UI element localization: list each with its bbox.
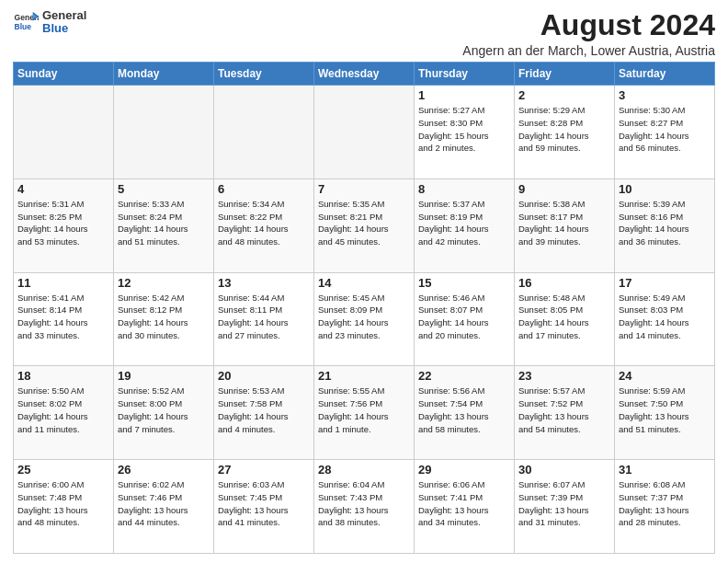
calendar-header-friday: Friday xyxy=(515,63,615,86)
calendar-cell xyxy=(14,86,114,179)
day-info: Sunrise: 5:50 AM Sunset: 8:02 PM Dayligh… xyxy=(17,385,109,435)
day-number: 20 xyxy=(218,369,310,383)
day-number: 23 xyxy=(518,369,610,383)
calendar-cell: 19Sunrise: 5:52 AM Sunset: 8:00 PM Dayli… xyxy=(114,366,214,460)
day-number: 21 xyxy=(318,369,410,383)
day-number: 6 xyxy=(218,182,310,196)
calendar-cell: 20Sunrise: 5:53 AM Sunset: 7:58 PM Dayli… xyxy=(214,366,314,460)
calendar-cell: 8Sunrise: 5:37 AM Sunset: 8:19 PM Daylig… xyxy=(415,178,515,272)
day-info: Sunrise: 5:53 AM Sunset: 7:58 PM Dayligh… xyxy=(218,385,310,435)
day-number: 1 xyxy=(418,88,510,102)
calendar-cell: 12Sunrise: 5:42 AM Sunset: 8:12 PM Dayli… xyxy=(114,272,214,366)
day-number: 8 xyxy=(418,182,510,196)
day-number: 4 xyxy=(17,182,109,196)
day-number: 30 xyxy=(518,463,610,477)
day-info: Sunrise: 5:59 AM Sunset: 7:50 PM Dayligh… xyxy=(619,385,711,435)
day-info: Sunrise: 5:41 AM Sunset: 8:14 PM Dayligh… xyxy=(17,292,109,342)
calendar-header-thursday: Thursday xyxy=(415,63,515,86)
calendar-cell: 22Sunrise: 5:56 AM Sunset: 7:54 PM Dayli… xyxy=(415,366,515,460)
calendar-cell: 5Sunrise: 5:33 AM Sunset: 8:24 PM Daylig… xyxy=(114,178,214,272)
calendar-cell: 2Sunrise: 5:29 AM Sunset: 8:28 PM Daylig… xyxy=(515,86,615,179)
calendar-week-1: 1Sunrise: 5:27 AM Sunset: 8:30 PM Daylig… xyxy=(14,86,715,179)
page: General Blue General Blue August 2024 An… xyxy=(0,0,728,563)
calendar-cell: 26Sunrise: 6:02 AM Sunset: 7:46 PM Dayli… xyxy=(114,460,214,554)
day-info: Sunrise: 5:56 AM Sunset: 7:54 PM Dayligh… xyxy=(418,385,510,435)
calendar-cell: 28Sunrise: 6:04 AM Sunset: 7:43 PM Dayli… xyxy=(314,460,415,554)
day-number: 13 xyxy=(218,276,310,290)
day-info: Sunrise: 5:29 AM Sunset: 8:28 PM Dayligh… xyxy=(518,104,610,155)
day-info: Sunrise: 5:44 AM Sunset: 8:11 PM Dayligh… xyxy=(218,292,310,342)
day-info: Sunrise: 5:39 AM Sunset: 8:16 PM Dayligh… xyxy=(619,198,711,248)
day-info: Sunrise: 5:37 AM Sunset: 8:19 PM Dayligh… xyxy=(418,198,510,248)
day-number: 3 xyxy=(619,88,711,102)
day-number: 18 xyxy=(17,369,109,383)
logo-general: General xyxy=(42,9,86,22)
day-number: 25 xyxy=(17,463,109,477)
calendar-cell: 24Sunrise: 5:59 AM Sunset: 7:50 PM Dayli… xyxy=(615,366,715,460)
day-number: 29 xyxy=(418,463,510,477)
day-number: 17 xyxy=(619,276,711,290)
logo-icon: General Blue xyxy=(13,9,39,35)
main-title: August 2024 xyxy=(462,9,715,41)
calendar-cell: 31Sunrise: 6:08 AM Sunset: 7:37 PM Dayli… xyxy=(615,460,715,554)
day-info: Sunrise: 5:55 AM Sunset: 7:56 PM Dayligh… xyxy=(318,385,410,435)
calendar-cell xyxy=(114,86,214,179)
calendar-cell: 18Sunrise: 5:50 AM Sunset: 8:02 PM Dayli… xyxy=(14,366,114,460)
day-number: 15 xyxy=(418,276,510,290)
calendar-cell: 9Sunrise: 5:38 AM Sunset: 8:17 PM Daylig… xyxy=(515,178,615,272)
calendar-cell: 29Sunrise: 6:06 AM Sunset: 7:41 PM Dayli… xyxy=(415,460,515,554)
calendar-header-wednesday: Wednesday xyxy=(314,63,415,86)
day-number: 31 xyxy=(619,463,711,477)
calendar-cell: 13Sunrise: 5:44 AM Sunset: 8:11 PM Dayli… xyxy=(214,272,314,366)
calendar-cell xyxy=(314,86,415,179)
day-number: 16 xyxy=(518,276,610,290)
calendar-cell: 16Sunrise: 5:48 AM Sunset: 8:05 PM Dayli… xyxy=(515,272,615,366)
day-number: 7 xyxy=(318,182,410,196)
calendar-cell: 17Sunrise: 5:49 AM Sunset: 8:03 PM Dayli… xyxy=(615,272,715,366)
calendar-cell: 11Sunrise: 5:41 AM Sunset: 8:14 PM Dayli… xyxy=(14,272,114,366)
day-info: Sunrise: 5:35 AM Sunset: 8:21 PM Dayligh… xyxy=(318,198,410,248)
day-number: 14 xyxy=(318,276,410,290)
day-info: Sunrise: 5:33 AM Sunset: 8:24 PM Dayligh… xyxy=(118,198,210,248)
day-number: 27 xyxy=(218,463,310,477)
calendar-cell: 25Sunrise: 6:00 AM Sunset: 7:48 PM Dayli… xyxy=(14,460,114,554)
day-info: Sunrise: 5:27 AM Sunset: 8:30 PM Dayligh… xyxy=(418,104,510,155)
day-info: Sunrise: 5:49 AM Sunset: 8:03 PM Dayligh… xyxy=(619,292,711,342)
title-section: August 2024 Angern an der March, Lower A… xyxy=(462,9,715,58)
calendar-week-4: 18Sunrise: 5:50 AM Sunset: 8:02 PM Dayli… xyxy=(14,366,715,460)
day-info: Sunrise: 6:07 AM Sunset: 7:39 PM Dayligh… xyxy=(518,478,610,529)
calendar-cell: 27Sunrise: 6:03 AM Sunset: 7:45 PM Dayli… xyxy=(214,460,314,554)
day-number: 9 xyxy=(518,182,610,196)
day-info: Sunrise: 6:02 AM Sunset: 7:46 PM Dayligh… xyxy=(118,478,210,529)
calendar-cell xyxy=(214,86,314,179)
calendar-cell: 6Sunrise: 5:34 AM Sunset: 8:22 PM Daylig… xyxy=(214,178,314,272)
day-number: 28 xyxy=(318,463,410,477)
subtitle: Angern an der March, Lower Austria, Aust… xyxy=(462,43,715,58)
calendar-header-row: SundayMondayTuesdayWednesdayThursdayFrid… xyxy=(14,63,715,86)
day-info: Sunrise: 5:46 AM Sunset: 8:07 PM Dayligh… xyxy=(418,292,510,342)
day-info: Sunrise: 5:42 AM Sunset: 8:12 PM Dayligh… xyxy=(118,292,210,342)
day-info: Sunrise: 5:45 AM Sunset: 8:09 PM Dayligh… xyxy=(318,292,410,342)
day-info: Sunrise: 5:34 AM Sunset: 8:22 PM Dayligh… xyxy=(218,198,310,248)
calendar-cell: 23Sunrise: 5:57 AM Sunset: 7:52 PM Dayli… xyxy=(515,366,615,460)
calendar-cell: 15Sunrise: 5:46 AM Sunset: 8:07 PM Dayli… xyxy=(415,272,515,366)
calendar-week-5: 25Sunrise: 6:00 AM Sunset: 7:48 PM Dayli… xyxy=(14,460,715,554)
calendar-header-monday: Monday xyxy=(114,63,214,86)
header: General Blue General Blue August 2024 An… xyxy=(13,9,715,58)
day-info: Sunrise: 5:38 AM Sunset: 8:17 PM Dayligh… xyxy=(518,198,610,248)
calendar-cell: 21Sunrise: 5:55 AM Sunset: 7:56 PM Dayli… xyxy=(314,366,415,460)
day-info: Sunrise: 5:52 AM Sunset: 8:00 PM Dayligh… xyxy=(118,385,210,435)
calendar-cell: 1Sunrise: 5:27 AM Sunset: 8:30 PM Daylig… xyxy=(415,86,515,179)
day-number: 22 xyxy=(418,369,510,383)
day-info: Sunrise: 5:57 AM Sunset: 7:52 PM Dayligh… xyxy=(518,385,610,435)
calendar: SundayMondayTuesdayWednesdayThursdayFrid… xyxy=(13,62,715,554)
day-info: Sunrise: 6:03 AM Sunset: 7:45 PM Dayligh… xyxy=(218,478,310,529)
calendar-header-saturday: Saturday xyxy=(615,63,715,86)
day-number: 10 xyxy=(619,182,711,196)
day-info: Sunrise: 6:08 AM Sunset: 7:37 PM Dayligh… xyxy=(619,478,711,529)
calendar-cell: 7Sunrise: 5:35 AM Sunset: 8:21 PM Daylig… xyxy=(314,178,415,272)
day-number: 11 xyxy=(17,276,109,290)
day-info: Sunrise: 5:31 AM Sunset: 8:25 PM Dayligh… xyxy=(17,198,109,248)
day-info: Sunrise: 6:04 AM Sunset: 7:43 PM Dayligh… xyxy=(318,478,410,529)
day-number: 2 xyxy=(518,88,610,102)
